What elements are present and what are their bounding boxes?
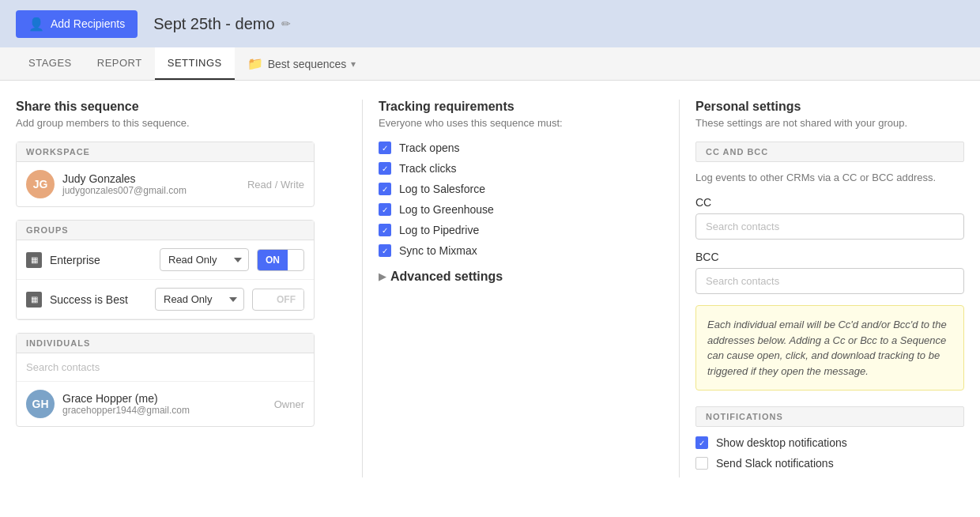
edit-icon[interactable]: ✏ xyxy=(281,17,291,30)
log-greenhouse-checkbox[interactable]: ✓ xyxy=(379,203,391,216)
tab-settings[interactable]: SETTINGS xyxy=(155,47,235,80)
track-opens-checkbox[interactable]: ✓ xyxy=(379,142,391,154)
log-salesforce-checkbox[interactable]: ✓ xyxy=(379,183,391,195)
cc-bcc-warning: Each individual email will be Cc'd and/o… xyxy=(695,305,964,391)
notifications-header: NOTIFICATIONS xyxy=(695,406,964,427)
desktop-notifications-label: Show desktop notifications xyxy=(716,436,847,449)
avatar: JG xyxy=(26,170,55,198)
enterprise-toggle[interactable]: ON xyxy=(257,249,304,271)
main-content: Share this sequence Add group members to… xyxy=(0,81,980,496)
sequence-title: Sept 25th - demo xyxy=(153,15,274,33)
group-name-success: Success is Best xyxy=(50,293,147,306)
track-clicks-label: Track clicks xyxy=(399,162,457,175)
tab-report[interactable]: REPORT xyxy=(85,47,155,80)
tab-best-sequences[interactable]: 📁 Best sequences ▾ xyxy=(235,48,369,79)
sync-mixmax-label: Sync to Mixmax xyxy=(399,244,477,257)
sequence-title-container: Sept 25th - demo ✏ xyxy=(153,15,290,33)
member-info: Judy Gonzales judygonzales007@gmail.com xyxy=(62,172,239,196)
slack-notifications-row: Send Slack notifications xyxy=(695,457,964,470)
personal-subtitle: These settings are not shared with your … xyxy=(695,117,964,129)
groups-label: GROUPS xyxy=(17,221,314,240)
search-contacts-input[interactable] xyxy=(17,353,314,382)
track-clicks-row: ✓ Track clicks xyxy=(379,162,631,175)
individual-member-email: gracehopper1944@gmail.com xyxy=(62,405,266,416)
bcc-label: BCC xyxy=(695,251,964,263)
tracking-title: Tracking requirements xyxy=(379,100,631,114)
track-opens-label: Track opens xyxy=(399,142,460,154)
group-icon-enterprise: ▦ xyxy=(26,252,42,268)
chevron-down-icon: ▾ xyxy=(351,58,356,70)
divider-1 xyxy=(362,100,363,477)
success-toggle[interactable]: OFF xyxy=(252,289,304,311)
tracking-section: Tracking requirements Everyone who uses … xyxy=(379,100,663,477)
group-row-success: ▦ Success is Best Read Only Read / Write… xyxy=(17,280,314,319)
member-name: Judy Gonzales xyxy=(62,172,239,185)
desktop-notifications-checkbox[interactable]: ✓ xyxy=(695,436,708,449)
log-pipedrive-checkbox[interactable]: ✓ xyxy=(379,224,391,236)
share-section: Share this sequence Add group members to… xyxy=(16,100,346,477)
tab-stages[interactable]: STAGES xyxy=(16,47,85,80)
track-opens-row: ✓ Track opens xyxy=(379,142,631,154)
divider-2 xyxy=(679,100,680,477)
cc-search-input[interactable] xyxy=(695,213,964,240)
cc-bcc-header: CC AND BCC xyxy=(695,142,964,162)
tabs-bar: STAGES REPORT SETTINGS 📁 Best sequences … xyxy=(0,47,980,81)
log-salesforce-label: Log to Salesforce xyxy=(399,183,485,195)
individual-member-row: GH Grace Hopper (me) gracehopper1944@gma… xyxy=(17,382,314,426)
individual-member-role: Owner xyxy=(274,398,304,410)
header: 👤 Add Recipients Sept 25th - demo ✏ xyxy=(0,0,980,47)
log-pipedrive-row: ✓ Log to Pipedrive xyxy=(379,224,631,236)
advanced-settings-label: Advanced settings xyxy=(390,270,503,284)
chevron-right-icon: ▶ xyxy=(379,271,386,282)
group-icon-success: ▦ xyxy=(26,292,42,308)
groups-container: GROUPS ▦ Enterprise Read Only Read / Wri… xyxy=(16,220,315,320)
enterprise-permission-select[interactable]: Read Only Read / Write Admin xyxy=(160,248,249,271)
individuals-label: INDIVIDUALS xyxy=(17,334,314,353)
advanced-settings-toggle[interactable]: ▶ Advanced settings xyxy=(379,270,631,284)
toggle-on-empty xyxy=(253,295,269,304)
workspace-label: WORKSPACE xyxy=(17,142,314,162)
bcc-search-input[interactable] xyxy=(695,268,964,294)
workspace-container: WORKSPACE JG Judy Gonzales judygonzales0… xyxy=(16,142,315,207)
share-title: Share this sequence xyxy=(16,100,315,114)
log-salesforce-row: ✓ Log to Salesforce xyxy=(379,183,631,195)
share-subtitle: Add group members to this sequence. xyxy=(16,117,315,129)
member-role: Read / Write xyxy=(247,179,304,191)
group-name-enterprise: Enterprise xyxy=(50,254,152,266)
log-greenhouse-row: ✓ Log to Greenhouse xyxy=(379,203,631,216)
add-user-icon: 👤 xyxy=(28,17,44,32)
individual-member-info: Grace Hopper (me) gracehopper1944@gmail.… xyxy=(62,392,266,416)
workspace-member-row: JG Judy Gonzales judygonzales007@gmail.c… xyxy=(17,162,314,206)
desktop-notifications-row: ✓ Show desktop notifications xyxy=(695,436,964,449)
add-recipients-button[interactable]: 👤 Add Recipients xyxy=(16,10,138,38)
cc-bcc-description: Log events to other CRMs via a CC or BCC… xyxy=(695,172,964,183)
slack-notifications-checkbox[interactable] xyxy=(695,457,708,470)
tracking-subtitle: Everyone who uses this sequence must: xyxy=(379,117,631,129)
sync-mixmax-checkbox[interactable]: ✓ xyxy=(379,244,391,257)
individuals-container: INDIVIDUALS GH Grace Hopper (me) graceho… xyxy=(16,333,315,427)
avatar-grace: GH xyxy=(26,390,55,418)
group-row-enterprise: ▦ Enterprise Read Only Read / Write Admi… xyxy=(17,240,314,280)
cc-label: CC xyxy=(695,196,964,209)
toggle-off-label xyxy=(288,255,303,265)
personal-title: Personal settings xyxy=(695,100,964,114)
toggle-on-label: ON xyxy=(258,250,288,270)
slack-notifications-label: Send Slack notifications xyxy=(716,457,834,470)
toggle-off-label-off: OFF xyxy=(269,289,303,310)
log-greenhouse-label: Log to Greenhouse xyxy=(399,203,494,216)
track-clicks-checkbox[interactable]: ✓ xyxy=(379,162,391,175)
individual-member-name: Grace Hopper (me) xyxy=(62,392,266,405)
log-pipedrive-label: Log to Pipedrive xyxy=(399,224,479,236)
personal-section: Personal settings These settings are not… xyxy=(695,100,964,477)
success-permission-select[interactable]: Read Only Read / Write Admin xyxy=(155,288,244,311)
sync-mixmax-row: ✓ Sync to Mixmax xyxy=(379,244,631,257)
member-email: judygonzales007@gmail.com xyxy=(62,185,239,196)
folder-icon: 📁 xyxy=(247,56,263,71)
